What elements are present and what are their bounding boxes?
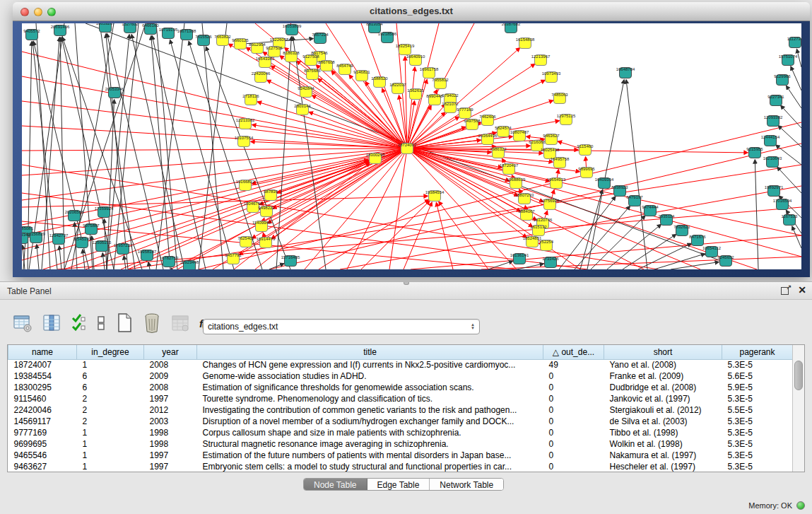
graph-node[interactable]: 2803144 <box>294 104 311 115</box>
close-panel-icon[interactable]: ✕ <box>798 285 806 295</box>
graph-node[interactable]: 9899695 <box>578 167 595 178</box>
graph-edge[interactable] <box>787 86 801 108</box>
graph-node[interactable]: 9245652 <box>717 255 734 267</box>
graph-node[interactable]: 16154808 <box>516 37 535 49</box>
graph-edge[interactable] <box>517 264 543 269</box>
graph-node[interactable]: 8471676 <box>689 235 706 246</box>
table-settings-icon[interactable] <box>13 313 33 333</box>
graph-node[interactable]: 7832621 <box>673 225 690 236</box>
graph-node[interactable]: 9129966 <box>774 74 791 86</box>
graph-node[interactable]: 8975685 <box>304 69 321 80</box>
graph-node[interactable]: 9242844 <box>298 86 314 98</box>
tab-network-table[interactable]: Network Table <box>430 479 503 490</box>
graph-node[interactable]: 7986322 <box>490 147 507 158</box>
network-graph[interactable]: 9405572 20691406 10653267 1527602 646616… <box>22 23 801 269</box>
graph-node[interactable]: 9457791 <box>225 253 242 264</box>
graph-node[interactable]: 9498222 <box>258 206 275 217</box>
graph-node[interactable]: 20387682 <box>502 23 521 33</box>
graph-edge[interactable] <box>755 160 758 269</box>
graph-edge[interactable] <box>671 262 719 270</box>
table-row[interactable]: 977716911998Corpus callosum shape and si… <box>8 427 793 438</box>
graph-node[interactable]: 16210643 <box>763 156 782 168</box>
table-row[interactable]: 911546021997Tourette syndrome. Phenomeno… <box>8 393 793 404</box>
graph-edge[interactable] <box>177 162 369 269</box>
table-row[interactable]: 1456911722003Disruption of a novel membe… <box>8 416 793 427</box>
graph-node[interactable]: 7955812 <box>432 78 449 89</box>
graph-node[interactable]: 16671388 <box>177 29 196 40</box>
graph-edge[interactable] <box>83 250 85 269</box>
graph-node[interactable]: 8454749 <box>336 64 353 75</box>
table-scrollbar-thumb[interactable] <box>794 361 803 390</box>
graph-node[interactable]: 10107554 <box>235 136 254 147</box>
graph-edge[interactable] <box>59 246 61 269</box>
graph-node[interactable]: 7485063 <box>551 93 568 104</box>
float-panel-icon[interactable] <box>781 286 791 295</box>
graph-node[interactable]: 16495758 <box>551 157 570 168</box>
graph-edge[interactable] <box>797 49 802 67</box>
graph-edge[interactable] <box>792 226 801 248</box>
graph-node[interactable]: 9777169 <box>457 107 473 119</box>
new-document-icon[interactable] <box>116 313 133 334</box>
graph-edge[interactable] <box>791 66 801 90</box>
graph-node[interactable]: 12975125 <box>557 114 576 125</box>
column-header-3[interactable]: title <box>197 345 543 359</box>
window-titlebar[interactable]: citations_edges.txt <box>13 2 810 21</box>
panel-resize-handle[interactable] <box>404 282 409 285</box>
graph-node[interactable]: 9463627 <box>543 134 560 145</box>
graph-edge[interactable] <box>37 245 39 269</box>
graph-node[interactable]: 12942737 <box>49 233 69 245</box>
graph-node[interactable]: 12213967 <box>531 54 551 66</box>
graph-node[interactable]: 252254 <box>539 240 554 251</box>
graph-node[interactable]: 19892971 <box>765 185 784 197</box>
table-scrollbar[interactable] <box>792 345 804 472</box>
graph-edge[interactable] <box>268 148 407 223</box>
graph-edge[interactable] <box>580 190 602 269</box>
graph-node[interactable]: 6497568 <box>464 119 481 130</box>
table-row[interactable]: 1938455462009Genome-wide association stu… <box>8 370 793 382</box>
graph-node[interactable]: 9215955 <box>746 147 763 158</box>
graph-node[interactable]: 15751074 <box>779 54 798 66</box>
table-row[interactable]: 2242004622012Investigating the contribut… <box>8 404 793 416</box>
graph-node[interactable]: 9227341 <box>767 95 784 106</box>
graph-node[interactable]: 10719195 <box>159 28 178 39</box>
tab-node-table[interactable]: Node Table <box>304 479 367 490</box>
graph-node[interactable]: 9127508 <box>302 54 319 66</box>
graph-node[interactable]: 6466160 <box>142 23 159 35</box>
graph-node[interactable]: 10973493 <box>542 71 561 83</box>
graph-edge[interactable] <box>312 95 407 148</box>
graph-node[interactable]: 15716485 <box>281 255 300 267</box>
graph-node[interactable]: 2718126 <box>242 94 259 105</box>
graph-edge[interactable] <box>171 268 172 269</box>
graph-node[interactable]: 8990448 <box>426 94 443 105</box>
graph-node[interactable]: 16640910 <box>406 54 425 66</box>
graph-edge[interactable] <box>22 193 587 269</box>
graph-node[interactable]: 10756928 <box>541 199 560 210</box>
graph-node[interactable]: 9405572 <box>23 29 40 40</box>
tab-edge-table[interactable]: Edge Table <box>367 479 430 490</box>
graph-node[interactable]: 587835 <box>264 189 278 201</box>
table-row[interactable]: 946554611997Estimation of the future num… <box>8 450 793 461</box>
graph-node[interactable]: 7663822 <box>214 35 231 46</box>
graph-edge[interactable] <box>107 34 163 269</box>
graph-node[interactable]: 6479197 <box>626 195 643 206</box>
graph-node[interactable]: 1822037 <box>389 83 406 94</box>
graph-edge[interactable] <box>22 148 407 151</box>
graph-edge[interactable] <box>407 148 801 235</box>
graph-node[interactable]: 19218586 <box>378 32 397 43</box>
graph-node[interactable]: 1112734 <box>787 37 801 48</box>
graph-node[interactable]: 7857224 <box>312 33 329 44</box>
graph-node[interactable]: 12093382 <box>764 115 783 127</box>
graph-edge[interactable] <box>276 37 291 269</box>
graph-edge[interactable] <box>106 34 128 269</box>
graph-node[interactable]: 11156829 <box>27 232 45 243</box>
table-row[interactable]: 1872400712008Changes of HCN gene express… <box>8 359 793 370</box>
graph-edge[interactable] <box>107 35 129 269</box>
graph-edge[interactable] <box>439 201 488 269</box>
graph-edge[interactable] <box>591 216 645 269</box>
graph-edge[interactable] <box>436 203 453 269</box>
column-header-5[interactable]: short <box>604 345 722 359</box>
column-chooser-icon[interactable] <box>42 313 61 333</box>
network-canvas[interactable]: 9405572 20691406 10653267 1527602 646616… <box>22 23 801 269</box>
graph-edge[interactable] <box>22 101 407 148</box>
graph-node[interactable]: 9474444 <box>642 205 659 216</box>
